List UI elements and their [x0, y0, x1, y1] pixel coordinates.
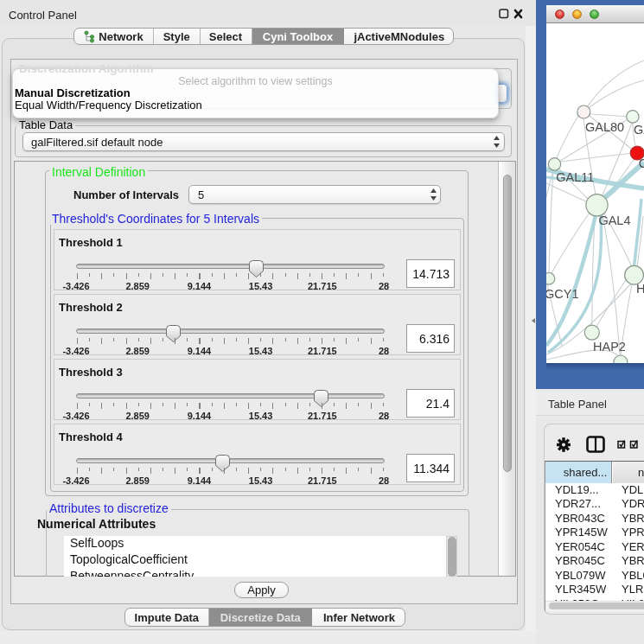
svg-text:GAL80: GAL80 — [585, 120, 624, 134]
svg-text:GAL11: GAL11 — [556, 170, 594, 184]
svg-text:HAP2: HAP2 — [593, 340, 626, 354]
svg-text:C: C — [639, 156, 644, 170]
svg-text:GA: GA — [634, 123, 644, 137]
svg-text:HA: HA — [636, 282, 644, 296]
svg-text:GAL4: GAL4 — [598, 214, 630, 227]
svg-text:GCY1: GCY1 — [546, 287, 579, 301]
